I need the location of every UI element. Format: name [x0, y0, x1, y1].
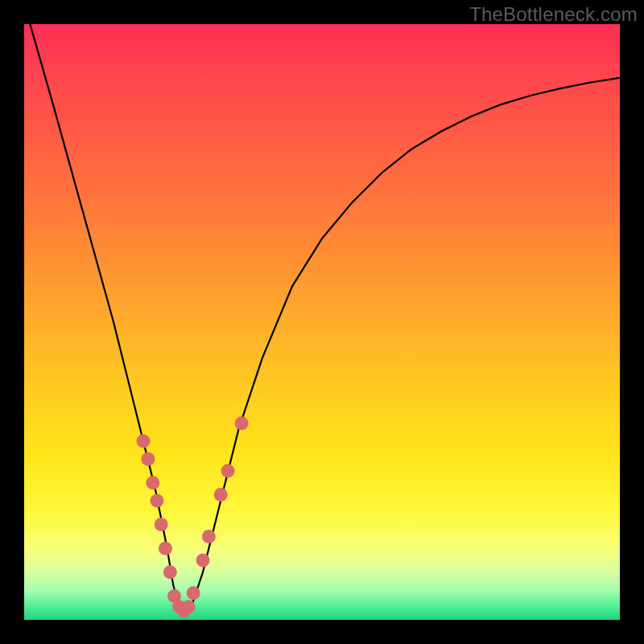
highlight-dot: [214, 488, 228, 502]
highlight-dot: [221, 464, 235, 478]
plot-area: [24, 24, 620, 620]
highlight-dot: [182, 600, 196, 613]
highlight-dots: [137, 416, 249, 617]
highlight-dot: [141, 452, 155, 466]
highlight-dot: [151, 494, 164, 508]
highlight-dot: [187, 586, 200, 600]
highlight-dot: [146, 476, 159, 489]
highlight-dot: [137, 435, 151, 448]
watermark-text: TheBottleneck.com: [469, 3, 638, 26]
highlight-dot: [159, 542, 172, 555]
bottleneck-curve: [30, 24, 620, 614]
curve-svg: [24, 24, 620, 620]
highlight-dot: [196, 554, 210, 568]
highlight-dot: [163, 565, 177, 579]
highlight-dot: [202, 530, 216, 543]
highlight-dot: [155, 518, 168, 531]
highlight-dot: [235, 416, 249, 430]
chart-frame: TheBottleneck.com: [0, 0, 644, 644]
